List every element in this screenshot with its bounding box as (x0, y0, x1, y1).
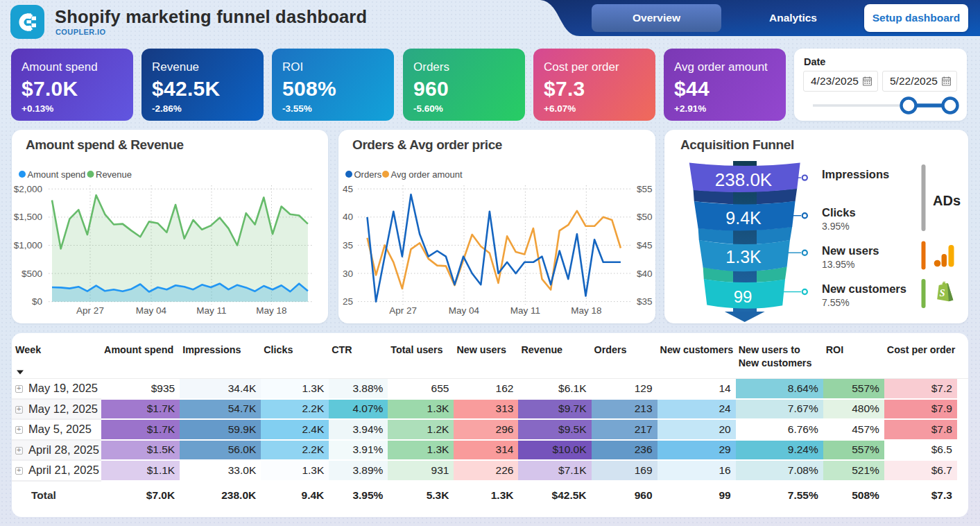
svg-text:New customers: New customers (822, 282, 906, 295)
svg-text:$55: $55 (637, 184, 653, 194)
svg-text:$1,500: $1,500 (14, 212, 42, 222)
svg-text:Orders: Orders (354, 169, 382, 180)
svg-text:30: 30 (343, 269, 353, 279)
svg-text:$35: $35 (637, 296, 653, 307)
svg-text:1.3K: 1.3K (725, 247, 762, 266)
svg-text:Impressions: Impressions (822, 168, 889, 180)
svg-text:$40: $40 (637, 269, 653, 279)
svg-text:May 18: May 18 (256, 305, 286, 316)
svg-text:May 04: May 04 (449, 305, 480, 316)
svg-text:May 11: May 11 (196, 305, 226, 316)
svg-text:238.0K: 238.0K (715, 169, 773, 190)
svg-text:May 18: May 18 (571, 305, 601, 316)
svg-text:Orders & Avg order price: Orders & Avg order price (352, 137, 502, 152)
svg-text:May 04: May 04 (136, 305, 167, 316)
svg-text:Acquisition Funnel: Acquisition Funnel (680, 137, 794, 152)
svg-text:Amount spend & Revenue: Amount spend & Revenue (26, 137, 184, 152)
svg-text:$2,000: $2,000 (14, 184, 42, 194)
svg-text:9.4K: 9.4K (725, 208, 762, 228)
svg-text:25: 25 (343, 296, 353, 307)
svg-text:35: 35 (343, 240, 353, 251)
svg-text:45: 45 (343, 184, 353, 194)
svg-text:$500: $500 (22, 269, 42, 279)
svg-text:Apr 27: Apr 27 (389, 305, 417, 316)
svg-text:7.55%: 7.55% (822, 297, 850, 308)
svg-text:May 11: May 11 (510, 305, 540, 316)
svg-text:99: 99 (734, 287, 753, 306)
svg-text:Avg order amount: Avg order amount (391, 169, 463, 180)
svg-text:Revenue: Revenue (96, 169, 132, 180)
svg-text:$1,000: $1,000 (14, 240, 42, 251)
svg-text:$0: $0 (32, 296, 42, 307)
svg-text:Clicks: Clicks (822, 206, 856, 219)
svg-text:3.95%: 3.95% (822, 221, 850, 232)
svg-text:Apr 27: Apr 27 (76, 305, 104, 316)
svg-text:S: S (939, 287, 945, 298)
svg-text:40: 40 (343, 212, 353, 222)
svg-text:$50: $50 (637, 212, 653, 222)
svg-text:13.95%: 13.95% (822, 259, 854, 270)
svg-text:Amount spend: Amount spend (28, 169, 86, 180)
svg-text:New users: New users (822, 244, 879, 257)
svg-text:$45: $45 (637, 240, 653, 251)
svg-text:ADs: ADs (933, 193, 961, 208)
